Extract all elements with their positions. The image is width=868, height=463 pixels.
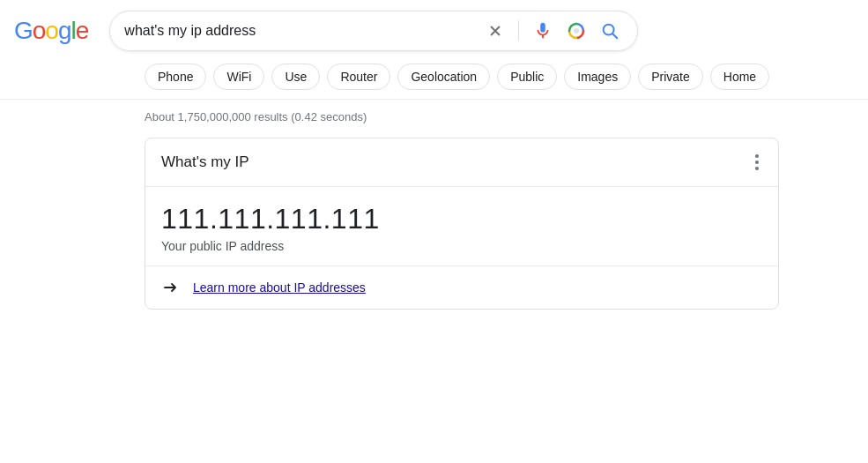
- filter-bar: Phone WiFi Use Router Geolocation Public…: [0, 58, 868, 100]
- filter-chip-wifi[interactable]: WiFi: [213, 63, 264, 90]
- svg-line-3: [613, 34, 618, 38]
- filter-chip-images[interactable]: Images: [564, 63, 631, 90]
- dot-3: [755, 167, 759, 170]
- arrow-right-icon: [161, 279, 179, 296]
- snippet-footer[interactable]: Learn more about IP addresses: [145, 266, 778, 309]
- logo-letter-g2: g: [58, 17, 71, 45]
- logo-letter-e: e: [76, 17, 89, 45]
- snippet-title: What's my IP: [161, 153, 249, 171]
- featured-snippet: What's my IP 111.111.111.111 Your public…: [145, 138, 779, 310]
- google-logo[interactable]: Google: [14, 17, 88, 45]
- mic-icon: [533, 21, 553, 41]
- svg-point-1: [574, 28, 579, 34]
- dot-2: [755, 161, 759, 164]
- close-icon: [486, 22, 504, 40]
- filter-chip-router[interactable]: Router: [327, 63, 390, 90]
- ip-label: Your public IP address: [161, 239, 762, 253]
- voice-search-button[interactable]: [530, 18, 556, 44]
- snippet-header: What's my IP: [145, 138, 778, 187]
- search-input[interactable]: what's my ip address: [124, 23, 476, 39]
- more-options-button[interactable]: [752, 151, 762, 174]
- lens-icon: [567, 21, 586, 41]
- filter-chip-private[interactable]: Private: [638, 63, 703, 90]
- results-info: About 1,750,000,000 results (0.42 second…: [0, 100, 868, 131]
- search-divider: [518, 20, 519, 41]
- ip-address: 111.111.111.111: [161, 203, 762, 235]
- dot-1: [755, 154, 759, 158]
- filter-chip-public[interactable]: Public: [497, 63, 557, 90]
- learn-more-text[interactable]: Learn more about IP addresses: [193, 280, 366, 295]
- image-search-button[interactable]: [563, 18, 590, 44]
- filter-chip-home[interactable]: Home: [710, 63, 769, 90]
- filter-chip-use[interactable]: Use: [271, 63, 320, 90]
- filter-chip-phone[interactable]: Phone: [145, 63, 206, 90]
- learn-more-link[interactable]: IP addresses: [293, 280, 365, 295]
- filter-chip-geolocation[interactable]: Geolocation: [397, 63, 490, 90]
- clear-button[interactable]: [483, 19, 508, 43]
- snippet-body: 111.111.111.111 Your public IP address: [145, 187, 778, 266]
- search-icon: [600, 21, 619, 41]
- header: Google what's my ip address: [0, 0, 868, 58]
- search-button[interactable]: [597, 18, 623, 44]
- logo-letter-o2: o: [45, 17, 58, 45]
- logo-letter-o1: o: [33, 17, 46, 45]
- search-bar[interactable]: what's my ip address: [109, 11, 638, 51]
- logo-letter-g: G: [14, 17, 33, 45]
